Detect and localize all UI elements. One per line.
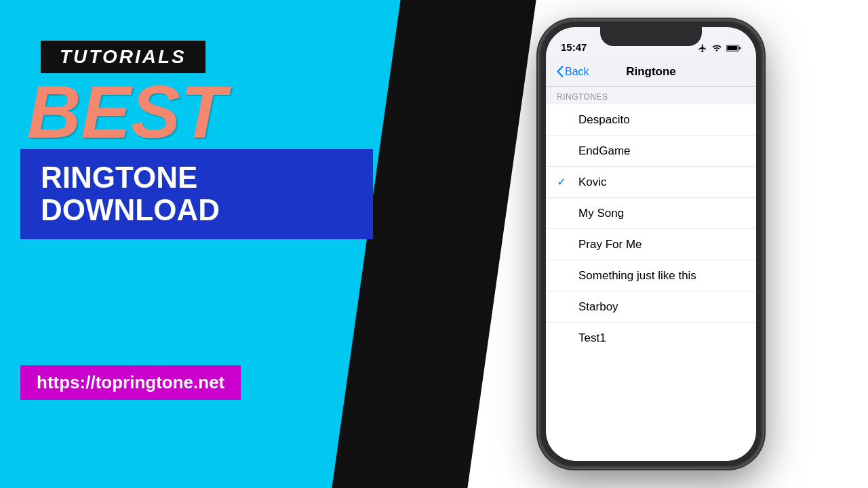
- list-item[interactable]: ✓Kovic: [546, 167, 756, 198]
- ringtone-name: EndGame: [578, 144, 631, 158]
- ringtone-list: DespacitoEndGame✓KovicMy SongPray For Me…: [546, 104, 756, 461]
- wifi-icon: [711, 43, 722, 53]
- ringtone-name: Test1: [578, 331, 606, 345]
- iphone-screen: 15:47: [546, 27, 756, 461]
- left-panel: TUTORIALS BEST RINGTONE DOWNLOAD https:/…: [0, 0, 434, 488]
- list-item[interactable]: Test1: [546, 323, 756, 354]
- best-label: BEST: [27, 75, 226, 149]
- list-item[interactable]: EndGame: [546, 136, 756, 167]
- list-item[interactable]: Starboy: [546, 291, 756, 323]
- ringtone-text: RINGTONE DOWNLOAD: [41, 161, 353, 227]
- tutorials-label: TUTORIALS: [60, 46, 186, 67]
- back-button[interactable]: Back: [557, 66, 589, 78]
- svg-rect-2: [739, 47, 741, 49]
- iphone-frame: 15:47: [539, 20, 763, 468]
- checkmark-icon: ✓: [557, 175, 570, 189]
- ringtone-name: My Song: [578, 207, 624, 220]
- ringtone-box: RINGTONE DOWNLOAD: [20, 149, 373, 239]
- url-text: https://topringtone.net: [37, 372, 224, 392]
- battery-icon: [726, 44, 741, 52]
- list-item[interactable]: Despacito: [546, 104, 756, 136]
- status-icons: [698, 43, 741, 53]
- ringtone-name: Pray For Me: [578, 238, 642, 251]
- ringtone-name: Something just like this: [578, 269, 696, 283]
- nav-bar: Back Ringtone: [546, 57, 756, 87]
- right-panel: 15:47: [434, 0, 868, 488]
- notch: [600, 27, 702, 46]
- list-item[interactable]: Pray For Me: [546, 229, 756, 260]
- url-badge[interactable]: https://topringtone.net: [20, 365, 241, 400]
- screen-content: 15:47: [546, 27, 756, 461]
- ringtone-name: Kovic: [578, 176, 607, 189]
- back-label: Back: [565, 66, 589, 78]
- nav-title: Ringtone: [626, 65, 676, 79]
- tutorials-badge: TUTORIALS: [41, 41, 205, 73]
- section-header: RINGTONES: [546, 87, 756, 104]
- chevron-left-icon: [557, 66, 564, 77]
- list-item[interactable]: Something just like this: [546, 260, 756, 291]
- status-time: 15:47: [561, 41, 587, 53]
- list-item[interactable]: My Song: [546, 198, 756, 229]
- svg-rect-1: [727, 46, 737, 50]
- ringtone-name: Despacito: [578, 113, 630, 127]
- best-text: BEST: [27, 70, 226, 153]
- ringtone-name: Starboy: [578, 300, 618, 314]
- airplane-icon: [698, 43, 707, 53]
